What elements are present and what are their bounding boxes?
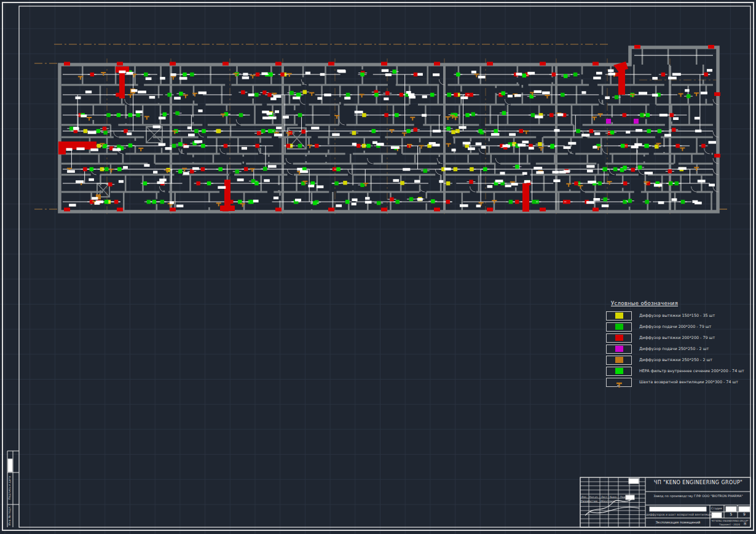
title-block-project: Завод по производству ГЛФ ООО "BIOTRON P…: [645, 495, 751, 498]
side-strip-inv-podl: Инв. № подл.: [8, 506, 11, 525]
legend-item-label: Диффузор подачи 200*200 - 79 шт: [639, 324, 711, 329]
legend-swatch-box: [606, 367, 632, 376]
legend-items: Диффузор вытяжки 150*150 - 35 шт Диффузо…: [606, 310, 738, 388]
tb-col-ndoc: №док.: [610, 496, 617, 498]
legend: Условные обозначения Диффузор вытяжки 15…: [606, 300, 738, 388]
legend-item: Шахта возвратной вентиляции 200*300 - 74…: [606, 377, 738, 388]
floor-plan-canvas: [0, 0, 756, 534]
tb-developer-label: Разработчик: [581, 500, 597, 503]
legend-item-label: Диффузор подачи 250*250 - 2 шт: [639, 346, 709, 351]
legend-item-label: Диффузор вытяжки 250*250 - 2 шт: [639, 357, 712, 362]
legend-item-label: HEPA фильтр внутреннее сечение 200*200 -…: [639, 369, 744, 373]
legend-item: Диффузор вытяжки 200*200 - 79 шт: [606, 332, 738, 343]
tb-col-list: Лист: [601, 496, 607, 498]
legend-swatch: [615, 324, 623, 330]
legend-swatch: [615, 335, 623, 341]
legend-item: HEPA фильтр внутреннее сечение 200*200 -…: [606, 365, 738, 377]
title-block-sheets-total: 9: [738, 512, 750, 517]
title-block-company: ЧП "KENO ENGINEERING GROUP": [645, 480, 751, 486]
legend-item: Диффузор вытяжки 150*150 - 35 шт: [606, 310, 738, 321]
legend-item: Диффузор подачи 200*200 - 79 шт: [606, 321, 738, 332]
legend-swatch: [615, 368, 623, 374]
tb-col-koluch: Кол.уч: [589, 496, 597, 498]
legend-swatch-box: [606, 333, 632, 343]
tb-developer-name: Абдуллаев: [600, 500, 615, 503]
legend-item: Диффузор подачи 250*250 - 2 шт: [606, 343, 738, 354]
legend-title: Условные обозначения: [611, 300, 738, 306]
legend-item-label: Диффузор вытяжки 150*150 - 35 шт: [639, 313, 715, 318]
legend-swatch: [615, 379, 623, 385]
legend-swatch: [615, 313, 623, 319]
title-block-footer-company: ЧП"KENO ENGINEERING GROUP": [712, 520, 748, 522]
legend-swatch: [615, 346, 623, 352]
legend-item: Диффузор вытяжки 250*250 - 2 шт: [606, 354, 738, 365]
side-strip-podpis-data: Подпись и дата: [8, 476, 11, 500]
title-block-drawing-subtitle: диффузоров и шахт возвратной вентиляции: [646, 513, 710, 516]
legend-swatch-box: [606, 322, 632, 332]
drawing-sheet: Условные обозначения Диффузор вытяжки 15…: [0, 0, 756, 534]
title-block-stage-label: Стадия: [711, 507, 722, 510]
tb-col-podp: Подп.: [620, 496, 628, 498]
tb-col-izm: Изм.: [581, 496, 587, 498]
legend-swatch-box: [606, 356, 632, 365]
stamp-icon: ✳: [743, 522, 747, 527]
title-block-doc-type: Экспликация помещений: [646, 521, 710, 525]
legend-swatch-box: [606, 311, 632, 321]
legend-swatch-box: [606, 345, 632, 354]
title-block-sheet-number: 5: [725, 512, 738, 517]
legend-item-label: Шахта возвратной вентиляции 200*300 - 74…: [639, 380, 738, 385]
legend-swatch: [615, 357, 623, 363]
legend-item-label: Диффузор вытяжки 200*200 - 79 шт: [639, 335, 715, 340]
legend-swatch-box: [606, 378, 632, 387]
